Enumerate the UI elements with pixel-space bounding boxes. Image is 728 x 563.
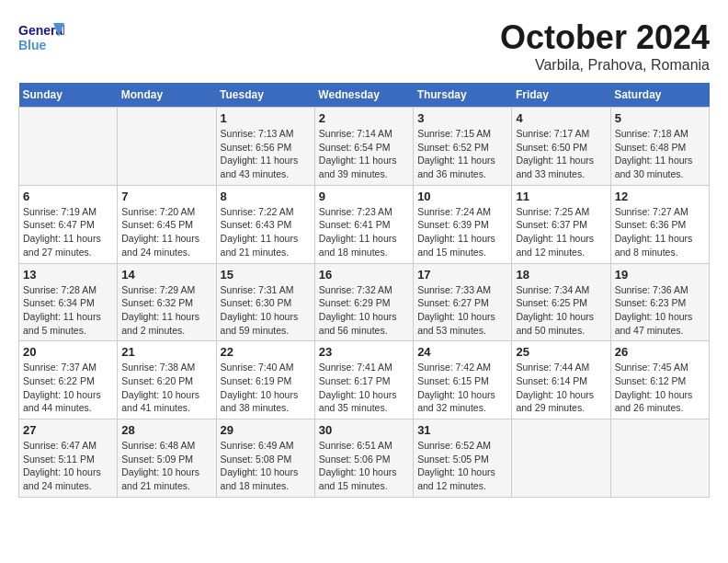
day-number: 18 xyxy=(516,268,606,282)
week-row-3: 13Sunrise: 7:28 AM Sunset: 6:34 PM Dayli… xyxy=(19,263,710,341)
day-content: Sunrise: 7:25 AM Sunset: 6:37 PM Dayligh… xyxy=(516,205,606,259)
empty-cell xyxy=(118,108,216,186)
day-cell-20: 20Sunrise: 7:37 AM Sunset: 6:22 PM Dayli… xyxy=(19,341,118,419)
header: General Blue October 2024 Varbila, Praho… xyxy=(18,18,710,74)
day-number: 29 xyxy=(221,423,311,437)
day-number: 4 xyxy=(516,111,606,125)
day-cell-19: 19Sunrise: 7:36 AM Sunset: 6:23 PM Dayli… xyxy=(610,263,709,341)
day-number: 22 xyxy=(221,345,311,359)
day-cell-6: 6Sunrise: 7:19 AM Sunset: 6:47 PM Daylig… xyxy=(19,185,118,263)
weekday-header-thursday: Thursday xyxy=(414,83,512,108)
week-row-4: 20Sunrise: 7:37 AM Sunset: 6:22 PM Dayli… xyxy=(19,341,710,419)
day-cell-14: 14Sunrise: 7:29 AM Sunset: 6:32 PM Dayli… xyxy=(118,263,216,341)
day-cell-21: 21Sunrise: 7:38 AM Sunset: 6:20 PM Dayli… xyxy=(118,341,216,419)
title-area: October 2024 Varbila, Prahova, Romania xyxy=(500,18,710,74)
day-number: 20 xyxy=(23,345,113,359)
day-number: 28 xyxy=(121,423,211,437)
day-content: Sunrise: 6:48 AM Sunset: 5:09 PM Dayligh… xyxy=(121,439,211,493)
weekday-header-monday: Monday xyxy=(118,83,216,108)
week-row-2: 6Sunrise: 7:19 AM Sunset: 6:47 PM Daylig… xyxy=(19,185,710,263)
svg-text:Blue: Blue xyxy=(18,38,47,52)
week-row-1: 1Sunrise: 7:13 AM Sunset: 6:56 PM Daylig… xyxy=(19,108,710,186)
day-cell-8: 8Sunrise: 7:22 AM Sunset: 6:43 PM Daylig… xyxy=(216,185,314,263)
day-content: Sunrise: 7:29 AM Sunset: 6:32 PM Dayligh… xyxy=(121,283,211,338)
day-number: 31 xyxy=(417,423,507,437)
day-cell-16: 16Sunrise: 7:32 AM Sunset: 6:29 PM Dayli… xyxy=(314,263,413,341)
day-content: Sunrise: 7:24 AM Sunset: 6:39 PM Dayligh… xyxy=(417,205,507,259)
day-cell-5: 5Sunrise: 7:18 AM Sunset: 6:48 PM Daylig… xyxy=(610,108,709,186)
day-cell-26: 26Sunrise: 7:45 AM Sunset: 6:12 PM Dayli… xyxy=(610,341,709,419)
day-content: Sunrise: 7:31 AM Sunset: 6:30 PM Dayligh… xyxy=(221,283,311,338)
day-number: 11 xyxy=(516,190,606,203)
day-number: 30 xyxy=(319,423,409,437)
day-cell-27: 27Sunrise: 6:47 AM Sunset: 5:11 PM Dayli… xyxy=(19,419,118,498)
day-number: 5 xyxy=(615,111,705,125)
day-number: 23 xyxy=(319,345,409,359)
weekday-header-tuesday: Tuesday xyxy=(216,83,314,108)
day-content: Sunrise: 7:37 AM Sunset: 6:22 PM Dayligh… xyxy=(23,361,113,415)
day-cell-18: 18Sunrise: 7:34 AM Sunset: 6:25 PM Dayli… xyxy=(512,263,610,341)
calendar-table: SundayMondayTuesdayWednesdayThursdayFrid… xyxy=(18,83,710,498)
day-content: Sunrise: 7:44 AM Sunset: 6:14 PM Dayligh… xyxy=(516,361,606,415)
day-content: Sunrise: 7:23 AM Sunset: 6:41 PM Dayligh… xyxy=(319,205,409,259)
empty-cell xyxy=(512,419,610,498)
day-content: Sunrise: 6:49 AM Sunset: 5:08 PM Dayligh… xyxy=(221,439,311,493)
day-cell-23: 23Sunrise: 7:41 AM Sunset: 6:17 PM Dayli… xyxy=(314,341,413,419)
day-cell-28: 28Sunrise: 6:48 AM Sunset: 5:09 PM Dayli… xyxy=(118,419,216,498)
day-content: Sunrise: 7:42 AM Sunset: 6:15 PM Dayligh… xyxy=(417,361,507,415)
day-cell-7: 7Sunrise: 7:20 AM Sunset: 6:45 PM Daylig… xyxy=(118,185,216,263)
day-number: 19 xyxy=(615,268,705,282)
day-cell-31: 31Sunrise: 6:52 AM Sunset: 5:05 PM Dayli… xyxy=(414,419,512,498)
day-content: Sunrise: 7:15 AM Sunset: 6:52 PM Dayligh… xyxy=(417,127,507,181)
weekday-header-row: SundayMondayTuesdayWednesdayThursdayFrid… xyxy=(19,83,710,108)
empty-cell xyxy=(19,108,118,186)
day-cell-9: 9Sunrise: 7:23 AM Sunset: 6:41 PM Daylig… xyxy=(314,185,413,263)
day-number: 16 xyxy=(319,268,409,282)
day-content: Sunrise: 6:51 AM Sunset: 5:06 PM Dayligh… xyxy=(319,439,409,493)
day-cell-30: 30Sunrise: 6:51 AM Sunset: 5:06 PM Dayli… xyxy=(314,419,413,498)
day-number: 27 xyxy=(23,423,113,437)
day-content: Sunrise: 7:34 AM Sunset: 6:25 PM Dayligh… xyxy=(516,283,606,338)
logo: General Blue xyxy=(18,18,66,55)
day-number: 15 xyxy=(221,268,311,282)
day-number: 17 xyxy=(417,268,507,282)
day-number: 9 xyxy=(319,190,409,203)
day-content: Sunrise: 7:33 AM Sunset: 6:27 PM Dayligh… xyxy=(417,283,507,338)
day-content: Sunrise: 7:19 AM Sunset: 6:47 PM Dayligh… xyxy=(23,205,113,259)
day-number: 2 xyxy=(319,111,409,125)
day-content: Sunrise: 7:38 AM Sunset: 6:20 PM Dayligh… xyxy=(121,361,211,415)
day-number: 1 xyxy=(221,111,311,125)
day-cell-22: 22Sunrise: 7:40 AM Sunset: 6:19 PM Dayli… xyxy=(216,341,314,419)
week-row-5: 27Sunrise: 6:47 AM Sunset: 5:11 PM Dayli… xyxy=(19,419,710,498)
day-cell-24: 24Sunrise: 7:42 AM Sunset: 6:15 PM Dayli… xyxy=(414,341,512,419)
empty-cell xyxy=(610,419,709,498)
day-number: 6 xyxy=(23,190,113,203)
weekday-header-friday: Friday xyxy=(512,83,610,108)
day-content: Sunrise: 7:32 AM Sunset: 6:29 PM Dayligh… xyxy=(319,283,409,338)
day-content: Sunrise: 7:28 AM Sunset: 6:34 PM Dayligh… xyxy=(23,283,113,338)
day-content: Sunrise: 7:14 AM Sunset: 6:54 PM Dayligh… xyxy=(319,127,409,181)
day-content: Sunrise: 7:45 AM Sunset: 6:12 PM Dayligh… xyxy=(615,361,705,415)
weekday-header-sunday: Sunday xyxy=(19,83,118,108)
day-number: 24 xyxy=(417,345,507,359)
day-number: 8 xyxy=(221,190,311,203)
day-content: Sunrise: 6:47 AM Sunset: 5:11 PM Dayligh… xyxy=(23,439,113,493)
day-cell-13: 13Sunrise: 7:28 AM Sunset: 6:34 PM Dayli… xyxy=(19,263,118,341)
day-cell-15: 15Sunrise: 7:31 AM Sunset: 6:30 PM Dayli… xyxy=(216,263,314,341)
day-cell-29: 29Sunrise: 6:49 AM Sunset: 5:08 PM Dayli… xyxy=(216,419,314,498)
day-cell-2: 2Sunrise: 7:14 AM Sunset: 6:54 PM Daylig… xyxy=(314,108,413,186)
day-content: Sunrise: 6:52 AM Sunset: 5:05 PM Dayligh… xyxy=(417,439,507,493)
day-cell-25: 25Sunrise: 7:44 AM Sunset: 6:14 PM Dayli… xyxy=(512,341,610,419)
day-number: 21 xyxy=(121,345,211,359)
day-cell-11: 11Sunrise: 7:25 AM Sunset: 6:37 PM Dayli… xyxy=(512,185,610,263)
day-number: 13 xyxy=(23,268,113,282)
day-content: Sunrise: 7:20 AM Sunset: 6:45 PM Dayligh… xyxy=(121,205,211,259)
day-cell-1: 1Sunrise: 7:13 AM Sunset: 6:56 PM Daylig… xyxy=(216,108,314,186)
day-content: Sunrise: 7:17 AM Sunset: 6:50 PM Dayligh… xyxy=(516,127,606,181)
day-content: Sunrise: 7:41 AM Sunset: 6:17 PM Dayligh… xyxy=(319,361,409,415)
day-content: Sunrise: 7:40 AM Sunset: 6:19 PM Dayligh… xyxy=(221,361,311,415)
day-cell-12: 12Sunrise: 7:27 AM Sunset: 6:36 PM Dayli… xyxy=(610,185,709,263)
day-content: Sunrise: 7:18 AM Sunset: 6:48 PM Dayligh… xyxy=(615,127,705,181)
day-content: Sunrise: 7:13 AM Sunset: 6:56 PM Dayligh… xyxy=(221,127,311,181)
day-number: 3 xyxy=(417,111,507,125)
